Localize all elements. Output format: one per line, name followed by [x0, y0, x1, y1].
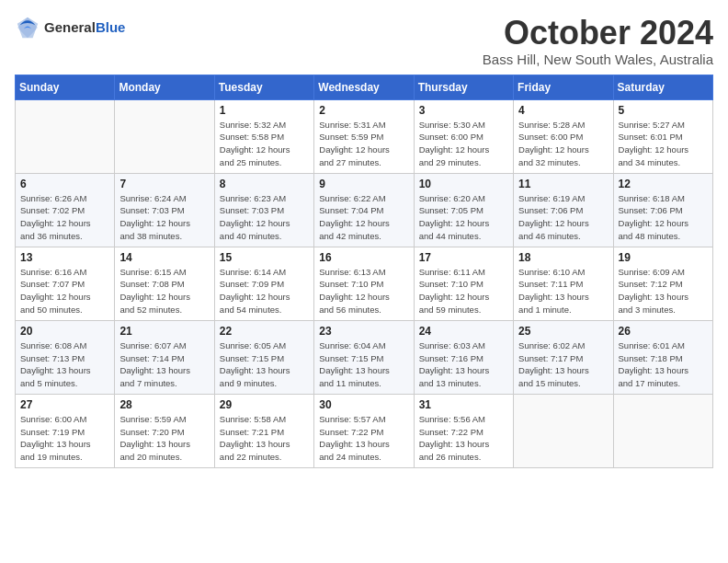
calendar-day-cell: 25Sunrise: 6:02 AM Sunset: 7:17 PM Dayli…	[514, 320, 613, 394]
calendar-day-cell: 9Sunrise: 6:22 AM Sunset: 7:04 PM Daylig…	[314, 173, 414, 247]
day-number: 10	[419, 178, 508, 190]
day-info: Sunrise: 6:03 AM Sunset: 7:16 PM Dayligh…	[419, 339, 508, 390]
day-number: 14	[119, 251, 209, 264]
day-number: 11	[518, 178, 608, 190]
calendar-day-cell: 15Sunrise: 6:14 AM Sunset: 7:09 PM Dayli…	[214, 247, 313, 320]
calendar-day-cell: 20Sunrise: 6:08 AM Sunset: 7:13 PM Dayli…	[16, 320, 115, 394]
day-info: Sunrise: 6:19 AM Sunset: 7:06 PM Dayligh…	[518, 192, 608, 243]
day-number: 12	[619, 178, 708, 190]
day-number: 1	[220, 104, 309, 117]
day-info: Sunrise: 5:32 AM Sunset: 5:58 PM Dayligh…	[220, 119, 309, 169]
calendar-day-cell: 2Sunrise: 5:31 AM Sunset: 5:59 PM Daylig…	[314, 99, 414, 173]
day-number: 15	[220, 251, 309, 264]
calendar-day-cell: 30Sunrise: 5:57 AM Sunset: 7:22 PM Dayli…	[314, 394, 414, 467]
day-number: 26	[619, 325, 708, 338]
day-info: Sunrise: 6:04 AM Sunset: 7:15 PM Dayligh…	[319, 339, 408, 390]
day-number: 27	[20, 398, 109, 411]
day-number: 30	[319, 398, 408, 411]
calendar-day-cell: 14Sunrise: 6:15 AM Sunset: 7:08 PM Dayli…	[115, 247, 214, 320]
calendar-day-cell	[514, 394, 613, 467]
calendar-table: SundayMondayTuesdayWednesdayThursdayFrid…	[15, 75, 713, 468]
day-number: 3	[419, 104, 508, 117]
calendar-day-cell: 7Sunrise: 6:24 AM Sunset: 7:03 PM Daylig…	[115, 173, 214, 247]
day-info: Sunrise: 6:26 AM Sunset: 7:02 PM Dayligh…	[20, 192, 109, 243]
calendar-day-cell: 31Sunrise: 5:56 AM Sunset: 7:22 PM Dayli…	[414, 394, 513, 467]
day-number: 9	[319, 178, 408, 190]
day-info: Sunrise: 6:16 AM Sunset: 7:07 PM Dayligh…	[20, 266, 109, 316]
day-info: Sunrise: 6:09 AM Sunset: 7:12 PM Dayligh…	[619, 266, 708, 316]
day-number: 29	[220, 398, 309, 411]
calendar-header-cell: Tuesday	[214, 75, 313, 99]
day-info: Sunrise: 6:14 AM Sunset: 7:09 PM Dayligh…	[220, 266, 309, 316]
day-number: 22	[220, 325, 309, 338]
page-header: GeneralBlue October 2024 Bass Hill, New …	[15, 15, 713, 67]
calendar-header-cell: Thursday	[414, 75, 513, 99]
calendar-day-cell: 23Sunrise: 6:04 AM Sunset: 7:15 PM Dayli…	[314, 320, 414, 394]
calendar-day-cell: 11Sunrise: 6:19 AM Sunset: 7:06 PM Dayli…	[514, 173, 613, 247]
day-info: Sunrise: 5:30 AM Sunset: 6:00 PM Dayligh…	[419, 119, 508, 169]
calendar-day-cell: 26Sunrise: 6:01 AM Sunset: 7:18 PM Dayli…	[613, 320, 712, 394]
calendar-header-cell: Sunday	[16, 75, 115, 99]
day-number: 21	[119, 325, 209, 338]
calendar-day-cell: 27Sunrise: 6:00 AM Sunset: 7:19 PM Dayli…	[16, 394, 115, 467]
calendar-body: 1Sunrise: 5:32 AM Sunset: 5:58 PM Daylig…	[16, 99, 713, 467]
day-number: 24	[419, 325, 508, 338]
location-title: Bass Hill, New South Wales, Australia	[483, 52, 713, 67]
day-number: 28	[119, 398, 209, 411]
day-number: 19	[619, 251, 708, 264]
day-info: Sunrise: 6:13 AM Sunset: 7:10 PM Dayligh…	[319, 266, 408, 316]
calendar-day-cell: 3Sunrise: 5:30 AM Sunset: 6:00 PM Daylig…	[414, 99, 513, 173]
calendar-day-cell: 1Sunrise: 5:32 AM Sunset: 5:58 PM Daylig…	[214, 99, 313, 173]
day-info: Sunrise: 5:27 AM Sunset: 6:01 PM Dayligh…	[619, 119, 708, 169]
logo: GeneralBlue	[15, 15, 125, 40]
calendar-day-cell: 18Sunrise: 6:10 AM Sunset: 7:11 PM Dayli…	[514, 247, 613, 320]
logo-general: General	[44, 19, 96, 35]
calendar-week-row: 1Sunrise: 5:32 AM Sunset: 5:58 PM Daylig…	[16, 99, 713, 173]
day-number: 5	[619, 104, 708, 117]
day-number: 8	[220, 178, 309, 190]
calendar-week-row: 20Sunrise: 6:08 AM Sunset: 7:13 PM Dayli…	[16, 320, 713, 394]
calendar-day-cell: 6Sunrise: 6:26 AM Sunset: 7:02 PM Daylig…	[16, 173, 115, 247]
day-info: Sunrise: 6:10 AM Sunset: 7:11 PM Dayligh…	[518, 266, 608, 316]
calendar-week-row: 6Sunrise: 6:26 AM Sunset: 7:02 PM Daylig…	[16, 173, 713, 247]
calendar-day-cell: 28Sunrise: 5:59 AM Sunset: 7:20 PM Dayli…	[115, 394, 214, 467]
calendar-week-row: 13Sunrise: 6:16 AM Sunset: 7:07 PM Dayli…	[16, 247, 713, 320]
calendar-day-cell	[613, 394, 712, 467]
day-info: Sunrise: 6:05 AM Sunset: 7:15 PM Dayligh…	[220, 339, 309, 390]
calendar-day-cell	[16, 99, 115, 173]
calendar-day-cell: 8Sunrise: 6:23 AM Sunset: 7:03 PM Daylig…	[214, 173, 313, 247]
calendar-day-cell: 13Sunrise: 6:16 AM Sunset: 7:07 PM Dayli…	[16, 247, 115, 320]
month-title: October 2024	[483, 15, 713, 52]
day-info: Sunrise: 6:01 AM Sunset: 7:18 PM Dayligh…	[619, 339, 708, 390]
calendar-header-cell: Monday	[115, 75, 214, 99]
day-number: 13	[20, 251, 109, 264]
day-number: 25	[518, 325, 608, 338]
calendar-day-cell: 10Sunrise: 6:20 AM Sunset: 7:05 PM Dayli…	[414, 173, 513, 247]
calendar-day-cell: 29Sunrise: 5:58 AM Sunset: 7:21 PM Dayli…	[214, 394, 313, 467]
day-info: Sunrise: 5:58 AM Sunset: 7:21 PM Dayligh…	[220, 413, 309, 464]
calendar-header-cell: Wednesday	[314, 75, 414, 99]
day-number: 6	[20, 178, 109, 190]
logo-icon	[15, 15, 40, 40]
title-area: October 2024 Bass Hill, New South Wales,…	[483, 15, 713, 67]
calendar-day-cell	[115, 99, 214, 173]
calendar-day-cell: 17Sunrise: 6:11 AM Sunset: 7:10 PM Dayli…	[414, 247, 513, 320]
day-info: Sunrise: 5:31 AM Sunset: 5:59 PM Dayligh…	[319, 119, 408, 169]
day-number: 17	[419, 251, 508, 264]
day-number: 31	[419, 398, 508, 411]
day-number: 7	[119, 178, 209, 190]
calendar-day-cell: 19Sunrise: 6:09 AM Sunset: 7:12 PM Dayli…	[613, 247, 712, 320]
calendar-day-cell: 22Sunrise: 6:05 AM Sunset: 7:15 PM Dayli…	[214, 320, 313, 394]
day-info: Sunrise: 5:56 AM Sunset: 7:22 PM Dayligh…	[419, 413, 508, 464]
day-info: Sunrise: 6:23 AM Sunset: 7:03 PM Dayligh…	[220, 192, 309, 243]
day-info: Sunrise: 6:20 AM Sunset: 7:05 PM Dayligh…	[419, 192, 508, 243]
day-info: Sunrise: 5:28 AM Sunset: 6:00 PM Dayligh…	[518, 119, 608, 169]
calendar-week-row: 27Sunrise: 6:00 AM Sunset: 7:19 PM Dayli…	[16, 394, 713, 467]
day-number: 20	[20, 325, 109, 338]
day-number: 16	[319, 251, 408, 264]
day-info: Sunrise: 6:24 AM Sunset: 7:03 PM Dayligh…	[119, 192, 209, 243]
day-info: Sunrise: 6:15 AM Sunset: 7:08 PM Dayligh…	[119, 266, 209, 316]
day-number: 4	[518, 104, 608, 117]
day-info: Sunrise: 6:08 AM Sunset: 7:13 PM Dayligh…	[20, 339, 109, 390]
day-info: Sunrise: 6:07 AM Sunset: 7:14 PM Dayligh…	[119, 339, 209, 390]
